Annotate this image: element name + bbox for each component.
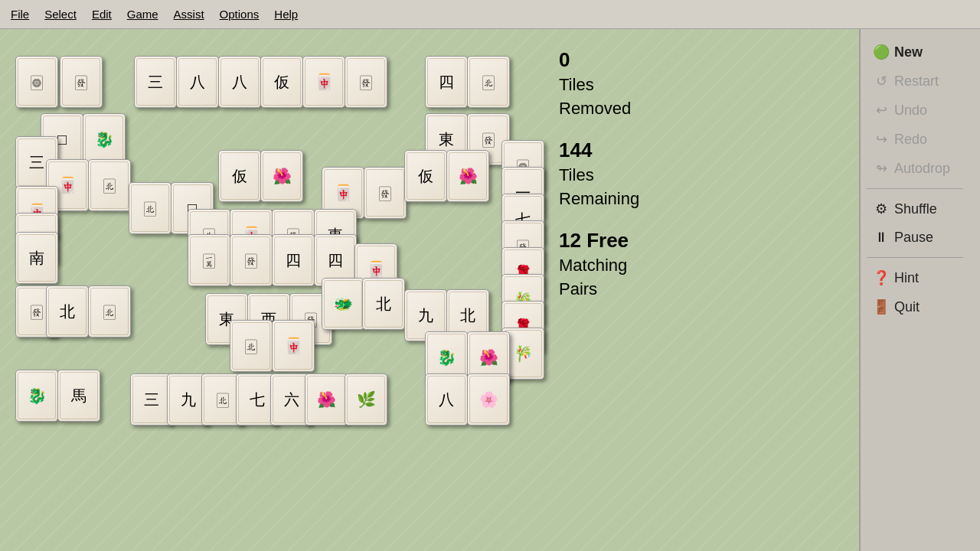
tile[interactable]: 北 — [362, 278, 405, 330]
tiles-removed-label: TilesRemoved — [559, 73, 858, 121]
tiles-remaining-label: TilesRemaining — [559, 164, 858, 211]
panel-btn-restart: ↺Restart — [867, 69, 974, 93]
tile[interactable]: 南 — [15, 232, 58, 284]
menu-edit[interactable]: Edit — [84, 5, 119, 24]
tile[interactable]: 🀄 — [302, 56, 345, 108]
menu-assist[interactable]: Assist — [166, 5, 212, 24]
tile[interactable]: 仮 — [404, 150, 447, 202]
menu-options[interactable]: Options — [212, 5, 267, 24]
quit-label: Quit — [894, 299, 920, 315]
restart-icon: ↺ — [873, 73, 890, 90]
tile[interactable]: 🀅 — [60, 56, 103, 108]
tile[interactable]: 🀃 — [467, 56, 510, 108]
tile[interactable]: 🌺 — [260, 150, 303, 202]
tile[interactable]: 仮 — [260, 56, 303, 108]
free-pairs-label: MatchingPairs — [559, 254, 858, 302]
redo-label: Redo — [894, 132, 927, 148]
panel-divider — [867, 188, 963, 189]
redo-icon: ↪ — [873, 131, 890, 148]
free-pairs-count: 12 Free — [559, 227, 858, 254]
tile[interactable]: 🌿 — [345, 373, 387, 425]
panel-btn-quit[interactable]: 🚪Quit — [867, 295, 974, 319]
tile[interactable]: 八 — [218, 56, 261, 108]
shuffle-label: Shuffle — [894, 201, 937, 217]
tile[interactable]: 🀇 — [188, 234, 230, 286]
tile[interactable]: 🐲 — [322, 278, 364, 330]
panel-btn-undo: ↩Undo — [867, 98, 974, 122]
stats-area: 0 TilesRemoved 144 TilesRemaining 12 Fre… — [559, 46, 858, 302]
tile[interactable]: 馬 — [57, 370, 100, 422]
panel-btn-redo: ↪Redo — [867, 127, 974, 152]
hint-label: Hint — [894, 270, 919, 286]
panel-btn-new[interactable]: 🟢New — [867, 40, 974, 64]
tile[interactable]: 🌺 — [446, 150, 489, 202]
tile[interactable]: 🐉 — [15, 370, 58, 422]
tile[interactable]: 八 — [425, 373, 468, 425]
game-board: 🀙🀅三八八仮🀄🀅四🀃□🐉東🀅三🀄🀃仮🌺🀄🀅仮🌺🀙一🀄🀃□七🀅🀂🀃🀄🀅東🌹🎋南🀇🀅… — [15, 37, 567, 481]
menu-help[interactable]: Help — [266, 5, 305, 24]
menu-select[interactable]: Select — [37, 5, 84, 24]
quit-icon: 🚪 — [873, 298, 890, 315]
panel-btn-autodrop: ↬Autodrop — [867, 156, 974, 181]
tile[interactable]: 🀄 — [272, 320, 315, 372]
tile[interactable]: 八 — [176, 56, 219, 108]
restart-label: Restart — [894, 73, 939, 90]
tile[interactable]: 仮 — [218, 150, 261, 202]
tile[interactable]: 🌺 — [305, 373, 348, 425]
tile[interactable]: 🀅 — [230, 234, 273, 286]
shuffle-icon: ⚙ — [873, 201, 890, 217]
tile[interactable]: 🀃 — [129, 182, 172, 234]
pause-icon: ⏸ — [873, 230, 890, 246]
menubar: FileSelectEditGameAssistOptionsHelp — [0, 0, 980, 29]
panel-btn-hint[interactable]: ❓Hint — [867, 266, 974, 290]
tile[interactable]: 🀅 — [345, 56, 387, 108]
autodrop-icon: ↬ — [873, 160, 890, 177]
undo-icon: ↩ — [873, 102, 890, 119]
tile[interactable]: 🀃 — [230, 320, 273, 372]
tile[interactable]: 🐉 — [83, 113, 126, 165]
tile[interactable]: 🀙 — [15, 56, 58, 108]
hint-icon: ❓ — [873, 269, 890, 286]
right-panel: 🟢New↺Restart↩Undo↪Redo↬Autodrop⚙Shuffle⏸… — [859, 29, 980, 551]
tile[interactable]: 🀅 — [364, 167, 407, 219]
tile[interactable]: 🌸 — [467, 373, 510, 425]
panel-divider — [867, 257, 963, 258]
pause-label: Pause — [894, 230, 933, 246]
tile[interactable]: 四 — [425, 56, 468, 108]
panel-btn-pause[interactable]: ⏸Pause — [867, 226, 974, 249]
tile[interactable]: 三 — [134, 56, 177, 108]
tile[interactable]: 🀃 — [88, 159, 131, 211]
panel-btn-shuffle[interactable]: ⚙Shuffle — [867, 197, 974, 221]
autodrop-label: Autodrop — [894, 161, 950, 177]
tile[interactable]: 北 — [46, 285, 89, 337]
tile[interactable]: 四 — [272, 234, 315, 286]
menu-file[interactable]: File — [3, 5, 37, 24]
new-label: New — [894, 44, 923, 60]
tile[interactable]: 🀃 — [88, 285, 131, 337]
tiles-remaining-count: 144 — [559, 136, 858, 164]
undo-label: Undo — [894, 103, 927, 119]
tiles-removed-count: 0 — [559, 46, 858, 73]
menu-game[interactable]: Game — [119, 5, 166, 24]
new-icon: 🟢 — [873, 44, 890, 60]
